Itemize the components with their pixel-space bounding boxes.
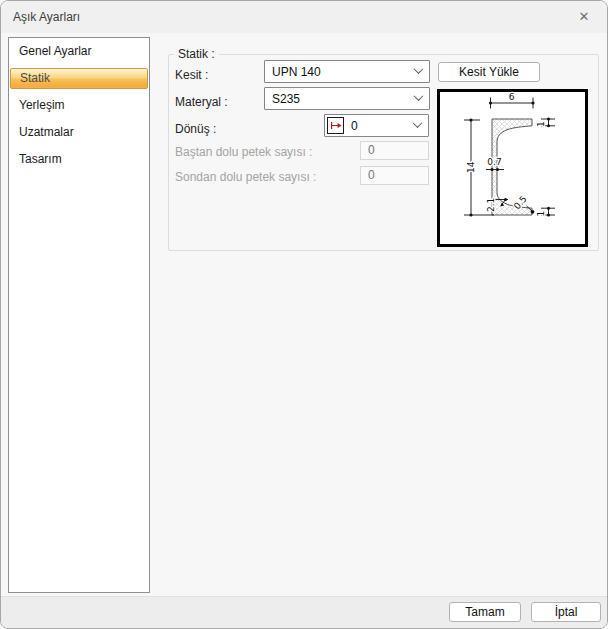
sidebar-item-tasarim[interactable]: Tasarım (9, 146, 149, 173)
kesit-value: UPN 140 (272, 65, 415, 79)
sondan-petek-label: Sondan dolu petek sayısı : (175, 169, 316, 185)
sondan-petek-field: 0 (360, 166, 429, 185)
materyal-label: Materyal : (175, 94, 228, 110)
footer-bar: Tamam İptal (1, 596, 607, 628)
chevron-down-icon (414, 64, 424, 74)
donus-value: 0 (351, 119, 414, 133)
donus-combobox[interactable]: 0 (324, 114, 429, 137)
materyal-value: S235 (272, 92, 415, 106)
donus-label: Dönüş : (175, 121, 216, 137)
dim-height: 14 (466, 161, 476, 173)
dim-flange-bottom: 1 (536, 211, 546, 217)
bastan-petek-field: 0 (360, 141, 429, 160)
statik-groupbox: Statik : Kesit : UPN 140 Kesit Yükle Mat… (168, 54, 599, 251)
sidebar-item-uzatmalar[interactable]: Uzatmalar (9, 119, 149, 146)
dim-corner: 2.1 (486, 198, 496, 212)
sidebar-item-yerlesim[interactable]: Yerleşim (9, 92, 149, 119)
sidebar-item-statik[interactable]: Statik (10, 68, 148, 89)
kesit-label: Kesit : (175, 67, 208, 83)
close-icon[interactable]: ✕ (573, 7, 595, 27)
purlin-settings-dialog: Aşık Ayarları ✕ Genel Ayarlar Statik Yer… (0, 0, 608, 629)
groupbox-title: Statik : (174, 47, 219, 61)
rotation-arrow-icon (327, 117, 344, 134)
kesit-yukle-button[interactable]: Kesit Yükle (438, 62, 540, 82)
bastan-petek-label: Baştan dolu petek sayısı : (175, 144, 312, 160)
dim-web-thickness: 0.7 (487, 157, 501, 167)
materyal-combobox[interactable]: S235 (264, 87, 430, 110)
ok-button[interactable]: Tamam (449, 602, 521, 622)
settings-nav-sidebar: Genel Ayarlar Statik Yerleşim Uzatmalar … (8, 37, 150, 593)
section-preview: 6 14 0.7 2.1 0.5 (437, 89, 588, 247)
upn-section-drawing: 6 14 0.7 2.1 0.5 (437, 89, 588, 247)
dim-flange-width: 6 (509, 92, 515, 102)
titlebar: Aşık Ayarları ✕ (1, 1, 607, 33)
kesit-combobox[interactable]: UPN 140 (264, 60, 430, 83)
dialog-title: Aşık Ayarları (13, 1, 80, 33)
dim-flange-top: 1 (536, 121, 546, 127)
cancel-button[interactable]: İptal (531, 602, 601, 622)
chevron-down-icon (414, 91, 424, 101)
sidebar-item-genel-ayarlar[interactable]: Genel Ayarlar (9, 38, 149, 65)
chevron-down-icon (413, 118, 423, 128)
